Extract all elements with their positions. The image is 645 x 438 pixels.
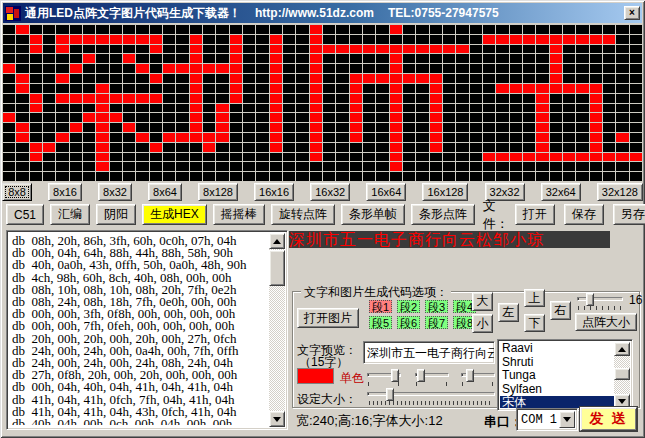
- led-cell-on[interactable]: [536, 84, 548, 93]
- led-cell-off[interactable]: [176, 45, 188, 54]
- led-cell-off[interactable]: [336, 25, 348, 34]
- led-cell-off[interactable]: [123, 162, 135, 171]
- led-cell-on[interactable]: [230, 54, 242, 63]
- led-cell-on[interactable]: [390, 123, 402, 132]
- led-cell-off[interactable]: [563, 113, 575, 122]
- led-cell-off[interactable]: [630, 123, 642, 132]
- led-cell-off[interactable]: [376, 25, 388, 34]
- led-cell-on[interactable]: [536, 143, 548, 152]
- led-cell-on[interactable]: [136, 64, 148, 73]
- led-cell-off[interactable]: [630, 35, 642, 44]
- led-cell-off[interactable]: [256, 123, 268, 132]
- led-cell-on[interactable]: [310, 74, 322, 83]
- led-cell-on[interactable]: [203, 64, 215, 73]
- led-cell-off[interactable]: [536, 45, 548, 54]
- led-cell-off[interactable]: [616, 162, 628, 171]
- led-cell-off[interactable]: [430, 153, 442, 162]
- led-cell-off[interactable]: [323, 172, 335, 181]
- led-cell-on[interactable]: [430, 133, 442, 142]
- move-up-button[interactable]: 上: [524, 289, 545, 307]
- led-cell-off[interactable]: [283, 64, 295, 73]
- led-cell-on[interactable]: [350, 84, 362, 93]
- font-size-slider[interactable]: [367, 392, 495, 396]
- led-cell-off[interactable]: [203, 25, 215, 34]
- led-cell-off[interactable]: [510, 113, 522, 122]
- led-cell-off[interactable]: [163, 74, 175, 83]
- led-cell-off[interactable]: [136, 172, 148, 181]
- led-cell-on[interactable]: [270, 45, 282, 54]
- scroll-thumb[interactable]: [269, 250, 285, 286]
- led-cell-off[interactable]: [256, 25, 268, 34]
- led-cell-off[interactable]: [603, 25, 615, 34]
- led-cell-off[interactable]: [550, 113, 562, 122]
- led-cell-off[interactable]: [323, 153, 335, 162]
- led-cell-off[interactable]: [590, 172, 602, 181]
- color-slider-3[interactable]: [461, 373, 495, 377]
- tab-16x64[interactable]: 16x64: [366, 183, 406, 201]
- led-cell-off[interactable]: [363, 143, 375, 152]
- scroll-up-button[interactable]: [269, 233, 285, 249]
- led-cell-off[interactable]: [136, 123, 148, 132]
- font-scroll-up-button[interactable]: [614, 342, 630, 356]
- led-cell-on[interactable]: [163, 64, 175, 73]
- led-cell-off[interactable]: [323, 84, 335, 93]
- led-cell-on[interactable]: [310, 94, 322, 103]
- com-port-combobox[interactable]: COM 1: [516, 408, 578, 431]
- led-cell-off[interactable]: [230, 123, 242, 132]
- led-cell-off[interactable]: [603, 54, 615, 63]
- led-cell-on[interactable]: [390, 84, 402, 93]
- led-cell-off[interactable]: [150, 84, 162, 93]
- led-cell-off[interactable]: [616, 143, 628, 152]
- led-cell-off[interactable]: [136, 104, 148, 113]
- led-cell-off[interactable]: [403, 172, 415, 181]
- led-cell-off[interactable]: [3, 54, 15, 63]
- led-cell-off[interactable]: [70, 133, 82, 142]
- led-cell-off[interactable]: [256, 84, 268, 93]
- led-cell-off[interactable]: [96, 74, 108, 83]
- led-cell-off[interactable]: [590, 162, 602, 171]
- led-cell-off[interactable]: [496, 74, 508, 83]
- led-cell-off[interactable]: [456, 84, 468, 93]
- led-cell-off[interactable]: [70, 143, 82, 152]
- led-cell-off[interactable]: [70, 104, 82, 113]
- led-cell-off[interactable]: [203, 104, 215, 113]
- led-cell-on[interactable]: [310, 84, 322, 93]
- led-cell-on[interactable]: [350, 45, 362, 54]
- action-button-旋转点阵[interactable]: 旋转点阵: [271, 204, 335, 225]
- close-button[interactable]: ×: [624, 6, 640, 20]
- led-cell-off[interactable]: [123, 25, 135, 34]
- led-cell-on[interactable]: [56, 94, 68, 103]
- led-cell-off[interactable]: [256, 133, 268, 142]
- led-cell-on[interactable]: [430, 84, 442, 93]
- led-cell-off[interactable]: [603, 94, 615, 103]
- led-cell-on[interactable]: [496, 153, 508, 162]
- led-cell-off[interactable]: [70, 172, 82, 181]
- segment-段6[interactable]: 段6: [397, 316, 420, 329]
- led-cell-off[interactable]: [376, 153, 388, 162]
- led-cell-off[interactable]: [216, 25, 228, 34]
- led-cell-off[interactable]: [203, 74, 215, 83]
- led-cell-on[interactable]: [310, 54, 322, 63]
- led-cell-off[interactable]: [523, 74, 535, 83]
- led-cell-on[interactable]: [576, 35, 588, 44]
- led-cell-on[interactable]: [310, 64, 322, 73]
- led-cell-off[interactable]: [283, 153, 295, 162]
- led-cell-off[interactable]: [83, 74, 95, 83]
- led-cell-off[interactable]: [216, 84, 228, 93]
- led-cell-off[interactable]: [3, 123, 15, 132]
- led-cell-off[interactable]: [243, 123, 255, 132]
- led-cell-on[interactable]: [430, 45, 442, 54]
- led-cell-off[interactable]: [16, 172, 28, 181]
- led-cell-off[interactable]: [283, 84, 295, 93]
- led-cell-off[interactable]: [456, 123, 468, 132]
- dot-matrix-size-button[interactable]: 点阵大小: [575, 313, 637, 331]
- led-cell-on[interactable]: [536, 153, 548, 162]
- led-cell-on[interactable]: [456, 45, 468, 54]
- led-cell-off[interactable]: [630, 74, 642, 83]
- tab-8x8[interactable]: 8x8: [2, 183, 32, 201]
- led-cell-on[interactable]: [430, 123, 442, 132]
- led-cell-on[interactable]: [403, 74, 415, 83]
- led-cell-off[interactable]: [456, 143, 468, 152]
- led-cell-off[interactable]: [203, 84, 215, 93]
- led-cell-off[interactable]: [43, 133, 55, 142]
